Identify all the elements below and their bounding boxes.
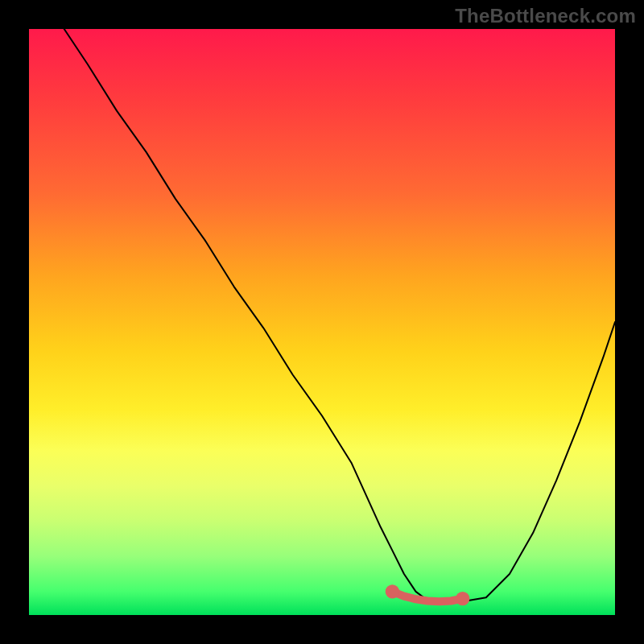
optimal-segment [392, 592, 462, 601]
optimal-start-dot [386, 584, 399, 598]
optimal-end-dot [456, 592, 469, 605]
chart-frame: TheBottleneck.com [0, 0, 644, 644]
plot-area [29, 29, 615, 615]
curve-layer [29, 29, 615, 615]
watermark-text: TheBottleneck.com [455, 5, 636, 27]
bottleneck-curve [64, 29, 615, 603]
